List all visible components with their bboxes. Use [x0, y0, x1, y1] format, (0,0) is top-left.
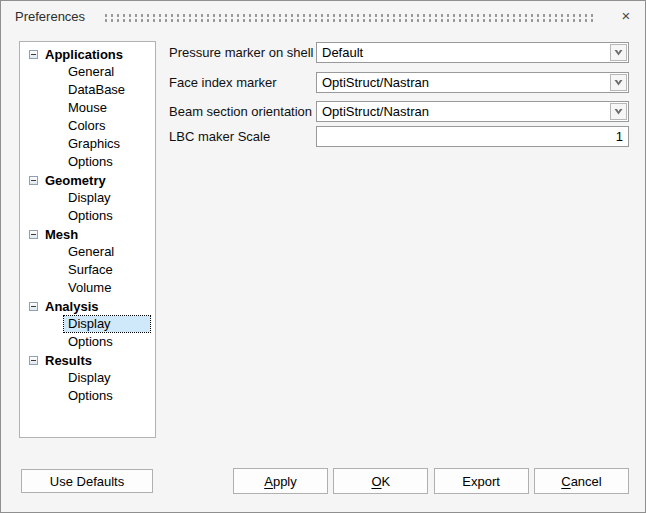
tree-item-label[interactable]: Graphics	[64, 136, 124, 152]
collapse-minus-icon[interactable]	[29, 302, 38, 311]
tree-section-label: Analysis	[45, 299, 98, 314]
dropdown-value: OptiStruct/Nastran	[317, 73, 609, 92]
tree-item-label[interactable]: Surface	[64, 262, 117, 278]
ok-button[interactable]: OK	[333, 468, 428, 494]
tree-item-label[interactable]: DataBase	[64, 82, 129, 98]
tree-item-label[interactable]: General	[64, 244, 118, 260]
action-buttons: ApplyOKExportCancel	[233, 468, 629, 494]
field-label-face-index-marker: Face index marker	[169, 75, 277, 90]
preferences-tree[interactable]: ApplicationsGeneralDataBaseMouseColorsGr…	[19, 41, 156, 438]
cancel-button[interactable]: Cancel	[534, 468, 629, 494]
tree-section-label: Geometry	[45, 173, 106, 188]
tree-section-results[interactable]: Results	[20, 351, 155, 369]
drag-dots-texture	[103, 13, 595, 22]
dropdown-beam-section-orientation[interactable]: OptiStruct/Nastran	[316, 101, 629, 122]
apply-button[interactable]: Apply	[233, 468, 328, 494]
collapse-minus-icon[interactable]	[29, 230, 38, 239]
tree-item-applications-mouse[interactable]: Mouse	[20, 99, 155, 117]
tree-item-applications-database[interactable]: DataBase	[20, 81, 155, 99]
chevron-down-icon[interactable]	[610, 74, 627, 91]
tree-item-label[interactable]: Mouse	[64, 100, 111, 116]
tree-item-applications-general[interactable]: General	[20, 63, 155, 81]
collapse-minus-icon[interactable]	[29, 176, 38, 185]
tree-item-label[interactable]: Volume	[64, 280, 115, 296]
field-label-pressure-marker-on-shell: Pressure marker on shell	[169, 45, 314, 60]
chevron-down-icon[interactable]	[610, 103, 627, 120]
titlebar[interactable]: Preferences ×	[1, 1, 645, 31]
tree-item-label[interactable]: Options	[64, 154, 117, 170]
tree-item-mesh-surface[interactable]: Surface	[20, 261, 155, 279]
window-title: Preferences	[15, 9, 85, 24]
export-button[interactable]: Export	[434, 468, 529, 494]
chevron-down-icon[interactable]	[610, 44, 627, 61]
tree-section-mesh[interactable]: Mesh	[20, 225, 155, 243]
close-icon[interactable]: ×	[615, 5, 637, 27]
tree-item-geometry-options[interactable]: Options	[20, 207, 155, 225]
tree-item-mesh-volume[interactable]: Volume	[20, 279, 155, 297]
use-defaults-button[interactable]: Use Defaults	[21, 469, 153, 493]
tree-item-label[interactable]: Colors	[64, 118, 110, 134]
tree-section-geometry[interactable]: Geometry	[20, 171, 155, 189]
tree-item-label[interactable]: Options	[64, 388, 117, 404]
tree-item-label[interactable]: General	[64, 64, 118, 80]
tree-item-analysis-display[interactable]: Display	[20, 315, 155, 333]
collapse-minus-icon[interactable]	[29, 50, 38, 59]
field-label-lbc-maker-scale: LBC maker Scale	[169, 129, 270, 144]
tree-section-applications[interactable]: Applications	[20, 45, 155, 63]
tree-section-analysis[interactable]: Analysis	[20, 297, 155, 315]
tree-item-applications-colors[interactable]: Colors	[20, 117, 155, 135]
dropdown-value: OptiStruct/Nastran	[317, 102, 609, 121]
tree-item-label[interactable]: Display	[64, 316, 150, 332]
tree-item-label[interactable]: Options	[64, 208, 117, 224]
tree-item-applications-graphics[interactable]: Graphics	[20, 135, 155, 153]
input-lbc-maker-scale[interactable]	[316, 126, 629, 147]
tree-item-label[interactable]: Options	[64, 334, 117, 350]
tree-item-mesh-general[interactable]: General	[20, 243, 155, 261]
dropdown-value: Default	[317, 43, 609, 62]
tree-item-label[interactable]: Display	[64, 190, 115, 206]
tree-item-results-options[interactable]: Options	[20, 387, 155, 405]
tree-item-label[interactable]: Display	[64, 370, 115, 386]
collapse-minus-icon[interactable]	[29, 356, 38, 365]
tree-section-label: Mesh	[45, 227, 78, 242]
preferences-dialog: Preferences × ApplicationsGeneralDataBas…	[0, 0, 646, 513]
dropdown-face-index-marker[interactable]: OptiStruct/Nastran	[316, 72, 629, 93]
tree-item-geometry-display[interactable]: Display	[20, 189, 155, 207]
tree-item-analysis-options[interactable]: Options	[20, 333, 155, 351]
tree-item-applications-options[interactable]: Options	[20, 153, 155, 171]
tree-section-label: Results	[45, 353, 92, 368]
tree-section-label: Applications	[45, 47, 123, 62]
field-label-beam-section-orientation: Beam section orientation	[169, 104, 312, 119]
dropdown-pressure-marker-on-shell[interactable]: Default	[316, 42, 629, 63]
tree-item-results-display[interactable]: Display	[20, 369, 155, 387]
